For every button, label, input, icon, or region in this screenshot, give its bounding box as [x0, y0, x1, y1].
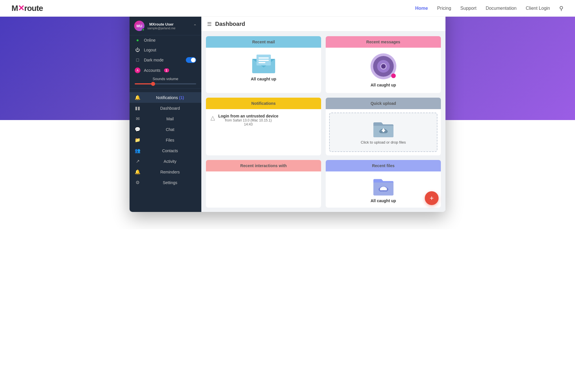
sidebar-item-activity[interactable]: ↗ Activity: [130, 156, 201, 167]
upload-label: Click to upload or drop files: [361, 140, 406, 144]
recent-messages-status: All caught up: [371, 83, 396, 87]
mail-label: Mail: [144, 117, 196, 121]
upload-folder-icon: [373, 120, 393, 137]
sidebar-item-dark-mode[interactable]: □ Dark mode: [130, 55, 201, 65]
volume-thumb[interactable]: [151, 82, 155, 86]
volume-fill: [135, 83, 153, 84]
sidebar-item-reminders[interactable]: 🔔 Reminders: [130, 167, 201, 177]
notifications-icon: 🔔: [135, 95, 140, 100]
recent-messages-card: Recent messages: [326, 36, 441, 93]
recent-mail-status: All caught up: [251, 77, 276, 81]
online-label: Online: [144, 38, 155, 43]
notif-title: Login from an untrusted device: [218, 114, 278, 118]
volume-label: Sounds volume: [135, 77, 196, 81]
camera-indicator: [391, 74, 396, 78]
sidebar-item-contacts[interactable]: 👥 Contacts: [130, 145, 201, 156]
dashboard-grid: Recent mail All caught up: [201, 32, 445, 212]
recent-files-status: All caught up: [371, 198, 396, 203]
notifications-header: Notifications: [206, 98, 321, 109]
files-label: Files: [144, 138, 196, 142]
recent-interactions-body: [206, 171, 321, 206]
recent-mail-card: Recent mail All caught up: [206, 36, 321, 93]
sidebar-item-dashboard[interactable]: ▮▮ Dashboard: [130, 103, 201, 113]
main-content: ☰ Dashboard Recent mail: [201, 17, 445, 212]
email-icon: [252, 55, 275, 73]
settings-label: Settings: [144, 180, 196, 185]
sidebar-menu: 🔔 Notifications (1) ▮▮ Dashboard ✉ Mail …: [130, 90, 201, 190]
hero-section: E-mail Hosting for Your Domains ‹ › ◫ 🔒 …: [0, 17, 575, 120]
nav-client-login[interactable]: Client Login: [526, 6, 550, 11]
camera-lens: [380, 63, 387, 69]
dark-mode-toggle[interactable]: [186, 57, 196, 63]
svg-rect-11: [383, 130, 384, 132]
settings-icon: ⚙: [135, 180, 140, 185]
avatar: MU: [134, 21, 144, 31]
logo[interactable]: M✕route: [11, 3, 43, 13]
sidebar-item-settings[interactable]: ⚙ Settings: [130, 177, 201, 188]
recent-interactions-header: Recent interactions with: [206, 160, 321, 171]
sidebar-item-accounts[interactable]: A Accounts 1: [130, 65, 201, 76]
svg-rect-4: [258, 60, 269, 61]
online-indicator: [142, 28, 144, 31]
camera-inner-ring: [373, 56, 394, 77]
sidebar-item-chat[interactable]: 💬 Chat: [130, 124, 201, 135]
nav-documentation[interactable]: Documentation: [486, 6, 517, 11]
notif-time: 14:43: [218, 122, 278, 126]
browser-mockup: ‹ › ◫ 🔒 mail.mxlogin.com ↻ ◉ ⇧ □ +: [130, 4, 445, 212]
nav-home[interactable]: Home: [415, 6, 428, 11]
contacts-label: Contacts: [144, 148, 196, 153]
upload-zone[interactable]: Click to upload or drop files: [329, 113, 437, 152]
activity-icon: ↗: [135, 159, 140, 164]
sidebar-item-logout[interactable]: ⏻ Logout: [130, 45, 201, 55]
nav-support[interactable]: Support: [460, 6, 476, 11]
nav-links: Home Pricing Support Documentation Clien…: [415, 5, 564, 12]
volume-section: Sounds volume: [130, 76, 201, 87]
contacts-icon: 👥: [135, 148, 140, 153]
hamburger-icon[interactable]: ☰: [207, 21, 212, 27]
nav-pricing[interactable]: Pricing: [437, 6, 451, 11]
notifications-label: Notifications (1): [144, 95, 196, 100]
svg-rect-20: [380, 189, 387, 190]
recent-files-header: Recent files: [326, 160, 441, 171]
files-icon: 📁: [135, 137, 140, 143]
notif-sub: from Safari 13.0 (Mac 10.15.1): [218, 118, 278, 122]
accounts-badge: 1: [164, 68, 169, 72]
camera-body: [377, 60, 390, 73]
dashboard-label: Dashboard: [144, 106, 196, 111]
user-info: MU MXroute User sample@jarland.me: [134, 21, 175, 31]
quick-upload-header: Quick upload: [326, 98, 441, 109]
chevron-up-icon[interactable]: ⌃: [193, 24, 197, 28]
user-email: sample@jarland.me: [147, 26, 175, 30]
app-layout: MU MXroute User sample@jarland.me ⌃ ● On…: [130, 17, 445, 212]
sidebar-item-files[interactable]: 📁 Files: [130, 135, 201, 145]
accounts-icon: A: [135, 67, 140, 73]
search-icon[interactable]: ⚲: [559, 5, 564, 12]
fab-button[interactable]: +: [425, 191, 439, 205]
volume-slider[interactable]: [135, 83, 196, 84]
activity-label: Activity: [144, 159, 196, 164]
recent-mail-header: Recent mail: [206, 36, 321, 48]
mail-icon: ✉: [135, 116, 140, 121]
toggle-knob: [191, 58, 196, 62]
recent-messages-header: Recent messages: [326, 36, 441, 48]
dark-mode-label: Dark mode: [144, 58, 163, 62]
logout-label: Logout: [144, 48, 156, 52]
top-navigation: M✕route Home Pricing Support Documentati…: [0, 0, 575, 17]
online-dot-icon: ●: [135, 38, 140, 43]
sidebar-item-online[interactable]: ● Online: [130, 35, 201, 45]
notifications-card: Notifications △ Login from an untrusted …: [206, 98, 321, 155]
svg-rect-5: [258, 62, 265, 63]
recent-files-body: All caught up: [326, 171, 441, 208]
sidebar-item-notifications[interactable]: 🔔 Notifications (1): [130, 92, 201, 103]
recent-files-card: Recent files: [326, 160, 441, 208]
quick-upload-card: Quick upload: [326, 98, 441, 155]
warning-icon: △: [211, 114, 215, 121]
reminders-label: Reminders: [144, 170, 196, 174]
sidebar-item-mail[interactable]: ✉ Mail: [130, 113, 201, 124]
chat-label: Chat: [144, 127, 196, 132]
darkmode-icon: □: [135, 57, 140, 63]
user-section: MU MXroute User sample@jarland.me ⌃: [130, 17, 201, 35]
dashboard-header: ☰ Dashboard: [201, 17, 445, 32]
accounts-label: Accounts: [144, 68, 161, 73]
recent-interactions-card: Recent interactions with: [206, 160, 321, 208]
